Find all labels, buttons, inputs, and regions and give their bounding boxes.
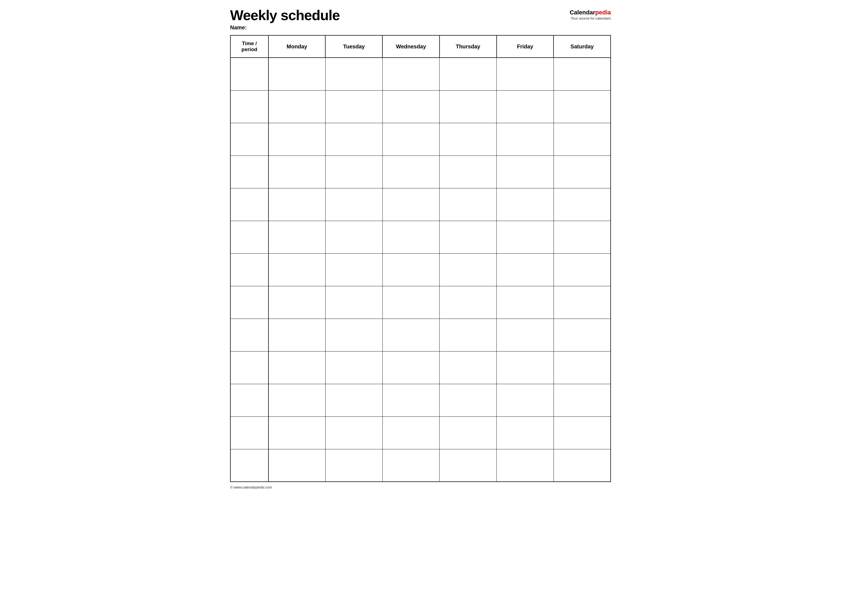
day-cell (553, 318, 611, 351)
day-cell (497, 286, 554, 318)
day-cell (497, 90, 554, 123)
col-header-friday: Friday (497, 35, 554, 58)
page-title: Weekly schedule (230, 8, 340, 22)
day-cell (382, 221, 440, 253)
day-cell (382, 58, 440, 90)
table-row (230, 449, 611, 482)
time-cell (230, 286, 269, 318)
table-row (230, 417, 611, 449)
day-cell (382, 123, 440, 155)
day-cell (269, 221, 326, 253)
schedule-table: Time / period Monday Tuesday Wednesday T… (230, 35, 611, 482)
time-cell (230, 155, 269, 188)
day-cell (497, 58, 554, 90)
day-cell (269, 384, 326, 417)
logo-tagline: Your source for calendars (570, 16, 611, 21)
day-cell (382, 384, 440, 417)
table-row (230, 384, 611, 417)
page-container: Weekly schedule Calendarpedia Your sourc… (230, 8, 611, 489)
schedule-body (230, 58, 611, 482)
table-row (230, 155, 611, 188)
day-cell (382, 253, 440, 286)
day-cell (325, 318, 382, 351)
col-header-wednesday: Wednesday (382, 35, 440, 58)
day-cell (440, 123, 497, 155)
day-cell (382, 318, 440, 351)
day-cell (382, 286, 440, 318)
day-cell (497, 417, 554, 449)
col-header-tuesday: Tuesday (325, 35, 382, 58)
day-cell (497, 188, 554, 221)
day-cell (325, 90, 382, 123)
day-cell (440, 253, 497, 286)
day-cell (269, 318, 326, 351)
table-row (230, 286, 611, 318)
day-cell (440, 221, 497, 253)
day-cell (269, 417, 326, 449)
day-cell (553, 155, 611, 188)
day-cell (269, 123, 326, 155)
day-cell (325, 253, 382, 286)
day-cell (325, 351, 382, 384)
time-cell (230, 90, 269, 123)
day-cell (382, 417, 440, 449)
day-cell (553, 351, 611, 384)
day-cell (497, 384, 554, 417)
day-cell (325, 188, 382, 221)
time-cell (230, 188, 269, 221)
day-cell (497, 449, 554, 482)
day-cell (440, 90, 497, 123)
time-cell (230, 58, 269, 90)
table-header-row: Time / period Monday Tuesday Wednesday T… (230, 35, 611, 58)
day-cell (497, 123, 554, 155)
table-row (230, 318, 611, 351)
day-cell (497, 318, 554, 351)
day-cell (382, 188, 440, 221)
day-cell (553, 286, 611, 318)
table-row (230, 123, 611, 155)
day-cell (440, 449, 497, 482)
day-cell (440, 351, 497, 384)
day-cell (440, 318, 497, 351)
table-row (230, 253, 611, 286)
time-cell (230, 417, 269, 449)
day-cell (325, 155, 382, 188)
time-cell (230, 449, 269, 482)
day-cell (325, 221, 382, 253)
header-row: Weekly schedule Calendarpedia Your sourc… (230, 8, 611, 22)
footer-copyright: © www.calendarpedia.com (230, 485, 272, 489)
day-cell (553, 221, 611, 253)
day-cell (497, 253, 554, 286)
logo-brand-red: pedia (595, 9, 611, 16)
time-cell (230, 253, 269, 286)
day-cell (497, 221, 554, 253)
day-cell (440, 286, 497, 318)
day-cell (269, 351, 326, 384)
table-row (230, 90, 611, 123)
table-row (230, 221, 611, 253)
col-header-thursday: Thursday (440, 35, 497, 58)
day-cell (553, 123, 611, 155)
day-cell (553, 90, 611, 123)
day-cell (269, 286, 326, 318)
day-cell (325, 286, 382, 318)
day-cell (553, 253, 611, 286)
logo-container: Calendarpedia Your source for calendars (569, 8, 611, 21)
col-header-time: Time / period (230, 35, 269, 58)
day-cell (440, 417, 497, 449)
col-header-monday: Monday (269, 35, 326, 58)
day-cell (269, 90, 326, 123)
day-cell (325, 449, 382, 482)
time-cell (230, 351, 269, 384)
day-cell (553, 384, 611, 417)
day-cell (382, 351, 440, 384)
day-cell (553, 58, 611, 90)
table-row (230, 188, 611, 221)
day-cell (382, 449, 440, 482)
time-cell (230, 318, 269, 351)
logo-text: Calendarpedia (569, 9, 611, 16)
time-cell (230, 123, 269, 155)
time-cell (230, 221, 269, 253)
day-cell (269, 253, 326, 286)
col-header-saturday: Saturday (553, 35, 611, 58)
